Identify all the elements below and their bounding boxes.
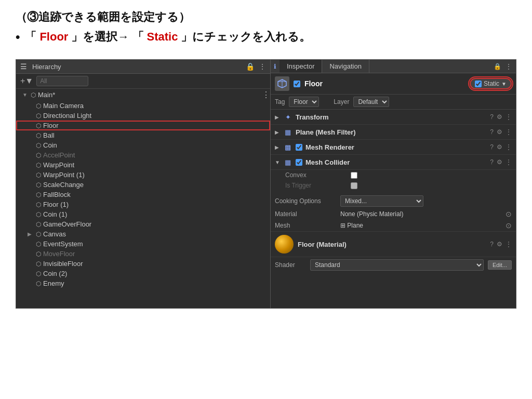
- more-icon[interactable]: ⋮: [506, 143, 512, 151]
- obj-icon: ⬡: [36, 280, 41, 287]
- hierarchy-item-floor1[interactable]: ⬡ Floor (1): [16, 200, 270, 209]
- obj-icon: ⬡: [36, 142, 41, 149]
- mesh-collider-checkbox[interactable]: [296, 159, 302, 166]
- hierarchy-item-enemy[interactable]: ⬡ Enemy: [16, 278, 270, 288]
- mesh-renderer-checkbox[interactable]: [296, 144, 302, 151]
- mesh-collider-icon: ▦: [283, 157, 292, 167]
- bullet: •: [16, 30, 20, 44]
- object-name-large: Floor: [304, 79, 466, 88]
- search-input[interactable]: [36, 76, 88, 86]
- mesh-circle-icon[interactable]: ⊙: [506, 221, 512, 230]
- object-header: Floor Static ▼: [271, 73, 516, 95]
- hierarchy-item-movefloor[interactable]: ⬡ MoveFloor: [16, 249, 270, 259]
- mesh-prop-label: Mesh: [275, 222, 337, 229]
- settings-icon[interactable]: ⚙: [497, 158, 502, 166]
- obj-name: Floor: [43, 122, 270, 129]
- tab-inspector[interactable]: Inspector: [280, 60, 322, 73]
- settings-icon[interactable]: ⚙: [497, 241, 502, 248]
- hierarchy-item-eventsystem[interactable]: ⬡ EventSystem: [16, 239, 270, 249]
- obj-name: Enemy: [43, 280, 270, 287]
- component-mesh-renderer[interactable]: ▶ ▩ Mesh Renderer ? ⚙ ⋮: [271, 140, 516, 155]
- more-icon[interactable]: ⋮: [506, 158, 512, 166]
- help-icon[interactable]: ?: [490, 128, 494, 136]
- obj-icon: ⬡: [36, 270, 41, 277]
- component-mesh-filter[interactable]: ▶ ▦ Plane (Mesh Filter) ? ⚙ ⋮: [271, 125, 516, 140]
- annotation-line2: • 「Floor」を選択→ 「Static」にチェックを入れる。: [16, 29, 516, 45]
- convex-checkbox[interactable]: [351, 172, 357, 179]
- hierarchy-item-ball[interactable]: ⬡ Ball: [16, 130, 270, 140]
- more-icon: ⋮: [506, 63, 512, 70]
- help-icon[interactable]: ?: [490, 158, 494, 166]
- expand-arrow: ▼: [22, 92, 29, 98]
- obj-icon: ⬡: [36, 102, 41, 110]
- hierarchy-item-invisiblefloor[interactable]: ⬡ InvisibleFloor: [16, 259, 270, 269]
- obj-icon: ⬡: [36, 152, 41, 159]
- comp-action-icons: ? ⚙ ⋮: [490, 113, 512, 121]
- hierarchy-item-main-camera[interactable]: ⬡ Main Camera: [16, 101, 270, 111]
- hierarchy-item-main[interactable]: ▼ ⬡ Main* ⋮: [16, 89, 270, 101]
- obj-name: ScaleChange: [43, 181, 270, 189]
- settings-icon[interactable]: ⚙: [497, 128, 502, 136]
- shader-label: Shader: [275, 261, 306, 269]
- material-name: Floor (Material): [298, 241, 486, 248]
- hierarchy-item-fallblock[interactable]: ⬡ FallBlock: [16, 190, 270, 200]
- hierarchy-item-accelpoint[interactable]: ⬡ AccelPoint: [16, 150, 270, 160]
- cube-icon: [277, 78, 287, 89]
- hierarchy-item-gameoverfloor[interactable]: ⬡ GameOverFloor: [16, 219, 270, 229]
- obj-name: Canvas: [43, 230, 270, 238]
- hierarchy-header: ☰ Hierarchy 🔒 ⋮: [16, 60, 270, 74]
- inspector-icon: ℹ: [271, 60, 280, 73]
- component-transform[interactable]: ▶ ✦ Transform ? ⚙ ⋮: [271, 110, 516, 125]
- layer-select[interactable]: Default: [353, 97, 389, 107]
- obj-icon: ⬡: [36, 132, 41, 139]
- is-trigger-label: Is Trigger: [285, 182, 348, 189]
- hierarchy-item-coin1[interactable]: ⬡ Coin (1): [16, 209, 270, 219]
- help-icon[interactable]: ?: [490, 143, 494, 151]
- obj-icon: ⬡: [36, 260, 41, 268]
- settings-icon[interactable]: ⚙: [497, 143, 502, 151]
- help-icon[interactable]: ?: [490, 241, 494, 248]
- obj-name: GameOverFloor: [43, 220, 270, 228]
- tag-select[interactable]: Floor: [289, 97, 319, 107]
- obj-icon: ⬡: [36, 241, 41, 248]
- layer-label: Layer: [334, 98, 349, 105]
- hierarchy-item-dir-light[interactable]: ⬡ Directional Light: [16, 111, 270, 121]
- add-button[interactable]: +▼: [20, 76, 33, 86]
- shader-select[interactable]: Standard: [310, 259, 484, 271]
- obj-name: Floor (1): [43, 201, 270, 208]
- material-circle-icon[interactable]: ⊙: [506, 210, 512, 218]
- material-section: Floor (Material) ? ⚙ ⋮: [271, 232, 516, 257]
- obj-icon: ⬡: [36, 211, 41, 218]
- static-checkbox[interactable]: [475, 81, 482, 87]
- help-icon[interactable]: ?: [490, 113, 494, 121]
- material-action-icons: ? ⚙ ⋮: [490, 241, 512, 248]
- edit-button[interactable]: Edit...: [488, 260, 512, 270]
- obj-icon: ⬡: [36, 171, 41, 179]
- hierarchy-item-warppoint[interactable]: ⬡ WarpPoint: [16, 160, 270, 170]
- object-active-checkbox[interactable]: [294, 81, 300, 87]
- cooking-options-select[interactable]: Mixed...: [340, 195, 423, 207]
- more-icon[interactable]: ⋮: [506, 113, 512, 121]
- inspector-panel: ℹ Inspector Navigation 🔒 ⋮ Floor: [271, 60, 516, 308]
- more-icon[interactable]: ⋮: [506, 241, 512, 248]
- hierarchy-item-canvas[interactable]: ▶ ⬡ Canvas: [16, 229, 270, 239]
- is-trigger-checkbox[interactable]: [351, 182, 357, 189]
- obj-name: Coin (2): [43, 270, 270, 277]
- hierarchy-item-coin2[interactable]: ⬡ Coin (2): [16, 269, 270, 278]
- static-dropdown-arrow[interactable]: ▼: [501, 81, 507, 87]
- component-mesh-collider[interactable]: ▼ ▦ Mesh Collider ? ⚙ ⋮: [271, 155, 516, 170]
- menu-icon: ☰: [20, 62, 27, 71]
- hierarchy-item-coin[interactable]: ⬡ Coin: [16, 140, 270, 150]
- settings-icon[interactable]: ⚙: [497, 113, 502, 121]
- more-icon[interactable]: ⋮: [506, 128, 512, 136]
- tab-navigation[interactable]: Navigation: [322, 60, 369, 73]
- tag-label: Tag: [275, 98, 285, 105]
- transform-icon: ✦: [283, 112, 292, 122]
- comp-action-icons: ? ⚙ ⋮: [490, 143, 512, 151]
- comp-action-icons: ? ⚙ ⋮: [490, 128, 512, 136]
- hierarchy-toolbar: +▼: [16, 74, 270, 89]
- comp-expand-arrow: ▶: [275, 129, 280, 135]
- hierarchy-item-scalechange[interactable]: ⬡ ScaleChange: [16, 180, 270, 190]
- hierarchy-item-warppoint1[interactable]: ⬡ WarpPoint (1): [16, 170, 270, 180]
- hierarchy-item-floor[interactable]: ⬡ Floor: [16, 121, 270, 130]
